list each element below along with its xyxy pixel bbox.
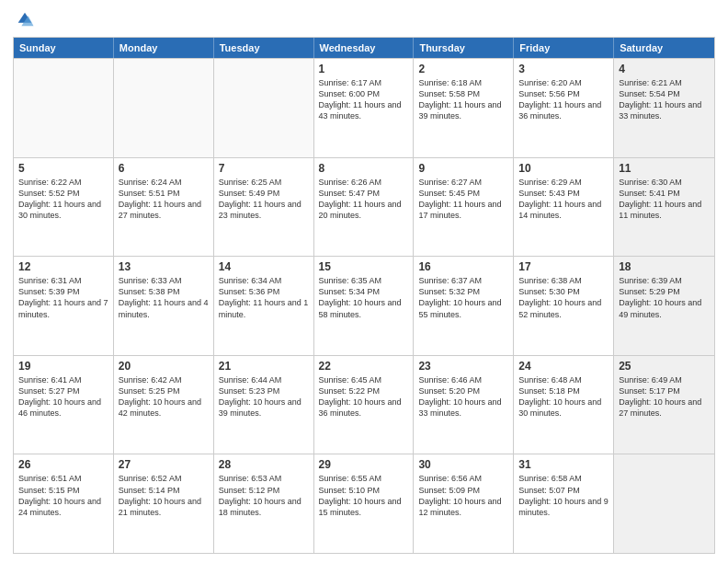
day-number: 14 bbox=[219, 260, 309, 273]
day-number: 11 bbox=[619, 162, 710, 175]
cal-cell-3-5: 24Sunrise: 6:48 AM Sunset: 5:18 PM Dayli… bbox=[514, 356, 614, 454]
day-number: 9 bbox=[418, 162, 508, 175]
cal-cell-3-0: 19Sunrise: 6:41 AM Sunset: 5:27 PM Dayli… bbox=[14, 356, 114, 454]
calendar-body: 1Sunrise: 6:17 AM Sunset: 6:00 PM Daylig… bbox=[14, 58, 714, 553]
day-number: 31 bbox=[518, 458, 609, 471]
cell-info: Sunrise: 6:20 AM Sunset: 5:56 PM Dayligh… bbox=[518, 77, 609, 122]
cal-cell-3-4: 23Sunrise: 6:46 AM Sunset: 5:20 PM Dayli… bbox=[414, 356, 514, 454]
cal-cell-2-3: 15Sunrise: 6:35 AM Sunset: 5:34 PM Dayli… bbox=[314, 257, 415, 355]
cal-row-1: 5Sunrise: 6:22 AM Sunset: 5:52 PM Daylig… bbox=[14, 157, 714, 257]
cal-cell-3-6: 25Sunrise: 6:49 AM Sunset: 5:17 PM Dayli… bbox=[614, 356, 714, 454]
header-day-wednesday: Wednesday bbox=[314, 38, 415, 58]
cal-cell-0-1 bbox=[114, 59, 214, 157]
day-number: 7 bbox=[219, 162, 309, 175]
day-number: 8 bbox=[319, 162, 409, 175]
cell-info: Sunrise: 6:58 AM Sunset: 5:07 PM Dayligh… bbox=[518, 473, 609, 518]
cal-cell-1-0: 5Sunrise: 6:22 AM Sunset: 5:52 PM Daylig… bbox=[14, 158, 114, 257]
cal-cell-4-6 bbox=[614, 454, 714, 553]
cell-info: Sunrise: 6:51 AM Sunset: 5:15 PM Dayligh… bbox=[18, 473, 108, 518]
cell-info: Sunrise: 6:29 AM Sunset: 5:43 PM Dayligh… bbox=[518, 177, 609, 222]
cell-info: Sunrise: 6:31 AM Sunset: 5:39 PM Dayligh… bbox=[18, 275, 108, 320]
cell-info: Sunrise: 6:37 AM Sunset: 5:32 PM Dayligh… bbox=[418, 275, 508, 320]
cell-info: Sunrise: 6:25 AM Sunset: 5:49 PM Dayligh… bbox=[219, 177, 309, 222]
logo-icon bbox=[15, 9, 35, 29]
header-day-monday: Monday bbox=[114, 38, 214, 58]
cell-info: Sunrise: 6:55 AM Sunset: 5:10 PM Dayligh… bbox=[319, 473, 409, 518]
cell-info: Sunrise: 6:35 AM Sunset: 5:34 PM Dayligh… bbox=[319, 275, 409, 320]
day-number: 30 bbox=[418, 458, 508, 471]
header bbox=[13, 9, 715, 29]
cal-cell-1-6: 11Sunrise: 6:30 AM Sunset: 5:41 PM Dayli… bbox=[614, 158, 714, 257]
cell-info: Sunrise: 6:49 AM Sunset: 5:17 PM Dayligh… bbox=[619, 374, 710, 419]
logo bbox=[13, 13, 35, 29]
cal-cell-4-1: 27Sunrise: 6:52 AM Sunset: 5:14 PM Dayli… bbox=[114, 454, 214, 553]
day-number: 5 bbox=[18, 162, 108, 175]
cal-cell-0-6: 4Sunrise: 6:21 AM Sunset: 5:54 PM Daylig… bbox=[614, 59, 714, 157]
cell-info: Sunrise: 6:17 AM Sunset: 6:00 PM Dayligh… bbox=[319, 77, 409, 122]
day-number: 17 bbox=[518, 260, 609, 273]
cal-cell-3-2: 21Sunrise: 6:44 AM Sunset: 5:23 PM Dayli… bbox=[214, 356, 314, 454]
cell-info: Sunrise: 6:39 AM Sunset: 5:29 PM Dayligh… bbox=[619, 275, 710, 320]
day-number: 6 bbox=[119, 162, 209, 175]
cal-row-3: 19Sunrise: 6:41 AM Sunset: 5:27 PM Dayli… bbox=[14, 355, 714, 454]
day-number: 12 bbox=[18, 260, 108, 273]
header-day-saturday: Saturday bbox=[614, 38, 714, 58]
cell-info: Sunrise: 6:46 AM Sunset: 5:20 PM Dayligh… bbox=[418, 374, 508, 419]
cal-cell-2-4: 16Sunrise: 6:37 AM Sunset: 5:32 PM Dayli… bbox=[414, 257, 514, 355]
cal-cell-0-3: 1Sunrise: 6:17 AM Sunset: 6:00 PM Daylig… bbox=[314, 59, 415, 157]
cal-row-2: 12Sunrise: 6:31 AM Sunset: 5:39 PM Dayli… bbox=[14, 256, 714, 355]
day-number: 23 bbox=[418, 360, 508, 373]
cell-info: Sunrise: 6:41 AM Sunset: 5:27 PM Dayligh… bbox=[18, 374, 108, 419]
cell-info: Sunrise: 6:30 AM Sunset: 5:41 PM Dayligh… bbox=[619, 177, 710, 222]
cal-cell-4-0: 26Sunrise: 6:51 AM Sunset: 5:15 PM Dayli… bbox=[14, 454, 114, 553]
cell-info: Sunrise: 6:56 AM Sunset: 5:09 PM Dayligh… bbox=[418, 473, 508, 518]
cal-cell-0-5: 3Sunrise: 6:20 AM Sunset: 5:56 PM Daylig… bbox=[514, 59, 614, 157]
day-number: 28 bbox=[219, 458, 309, 471]
day-number: 10 bbox=[518, 162, 609, 175]
cal-cell-0-4: 2Sunrise: 6:18 AM Sunset: 5:58 PM Daylig… bbox=[414, 59, 514, 157]
cal-cell-2-2: 14Sunrise: 6:34 AM Sunset: 5:36 PM Dayli… bbox=[214, 257, 314, 355]
day-number: 19 bbox=[18, 360, 108, 373]
cal-cell-4-5: 31Sunrise: 6:58 AM Sunset: 5:07 PM Dayli… bbox=[514, 454, 614, 553]
day-number: 18 bbox=[619, 260, 710, 273]
cal-row-4: 26Sunrise: 6:51 AM Sunset: 5:15 PM Dayli… bbox=[14, 454, 714, 553]
cal-cell-1-4: 9Sunrise: 6:27 AM Sunset: 5:45 PM Daylig… bbox=[414, 158, 514, 257]
cal-cell-3-1: 20Sunrise: 6:42 AM Sunset: 5:25 PM Dayli… bbox=[114, 356, 214, 454]
day-number: 26 bbox=[18, 458, 108, 471]
day-number: 22 bbox=[319, 360, 409, 373]
cal-cell-2-0: 12Sunrise: 6:31 AM Sunset: 5:39 PM Dayli… bbox=[14, 257, 114, 355]
page: SundayMondayTuesdayWednesdayThursdayFrid… bbox=[0, 0, 728, 563]
cell-info: Sunrise: 6:24 AM Sunset: 5:51 PM Dayligh… bbox=[119, 177, 209, 222]
cal-cell-1-3: 8Sunrise: 6:26 AM Sunset: 5:47 PM Daylig… bbox=[314, 158, 415, 257]
cal-cell-4-3: 29Sunrise: 6:55 AM Sunset: 5:10 PM Dayli… bbox=[314, 454, 415, 553]
day-number: 16 bbox=[418, 260, 508, 273]
day-number: 2 bbox=[418, 63, 508, 75]
cell-info: Sunrise: 6:52 AM Sunset: 5:14 PM Dayligh… bbox=[119, 473, 209, 518]
header-day-tuesday: Tuesday bbox=[214, 38, 314, 58]
cell-info: Sunrise: 6:34 AM Sunset: 5:36 PM Dayligh… bbox=[219, 275, 309, 320]
cell-info: Sunrise: 6:33 AM Sunset: 5:38 PM Dayligh… bbox=[119, 275, 209, 320]
cal-cell-0-2 bbox=[214, 59, 314, 157]
cal-cell-1-5: 10Sunrise: 6:29 AM Sunset: 5:43 PM Dayli… bbox=[514, 158, 614, 257]
day-number: 27 bbox=[119, 458, 209, 471]
day-number: 21 bbox=[219, 360, 309, 373]
cal-cell-1-2: 7Sunrise: 6:25 AM Sunset: 5:49 PM Daylig… bbox=[214, 158, 314, 257]
cell-info: Sunrise: 6:18 AM Sunset: 5:58 PM Dayligh… bbox=[418, 77, 508, 122]
cell-info: Sunrise: 6:22 AM Sunset: 5:52 PM Dayligh… bbox=[18, 177, 108, 222]
cal-cell-0-0 bbox=[14, 59, 114, 157]
cal-cell-4-4: 30Sunrise: 6:56 AM Sunset: 5:09 PM Dayli… bbox=[414, 454, 514, 553]
cal-cell-3-3: 22Sunrise: 6:45 AM Sunset: 5:22 PM Dayli… bbox=[314, 356, 415, 454]
day-number: 24 bbox=[518, 360, 609, 373]
calendar-header: SundayMondayTuesdayWednesdayThursdayFrid… bbox=[14, 38, 714, 58]
header-day-sunday: Sunday bbox=[14, 38, 114, 58]
day-number: 1 bbox=[319, 63, 409, 75]
cell-info: Sunrise: 6:21 AM Sunset: 5:54 PM Dayligh… bbox=[619, 77, 710, 122]
day-number: 15 bbox=[319, 260, 409, 273]
cell-info: Sunrise: 6:48 AM Sunset: 5:18 PM Dayligh… bbox=[518, 374, 609, 419]
cell-info: Sunrise: 6:42 AM Sunset: 5:25 PM Dayligh… bbox=[119, 374, 209, 419]
cell-info: Sunrise: 6:26 AM Sunset: 5:47 PM Dayligh… bbox=[319, 177, 409, 222]
day-number: 3 bbox=[518, 63, 609, 75]
cal-cell-1-1: 6Sunrise: 6:24 AM Sunset: 5:51 PM Daylig… bbox=[114, 158, 214, 257]
day-number: 25 bbox=[619, 360, 710, 373]
day-number: 20 bbox=[119, 360, 209, 373]
